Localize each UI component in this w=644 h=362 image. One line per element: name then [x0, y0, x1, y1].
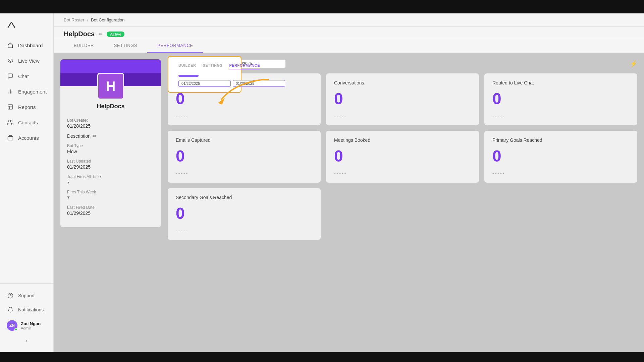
user-role: Admin — [21, 326, 41, 330]
breadcrumb: Bot Roster / Bot Configuration — [54, 13, 644, 27]
tabs-row: BUILDER SETTINGS PERFORMANCE — [54, 38, 644, 53]
popup-active-indicator — [178, 75, 199, 77]
status-badge: Active — [107, 32, 124, 37]
tab-performance[interactable]: PERFORMANCE — [147, 38, 203, 53]
user-text: Zoe Ngan Admin — [21, 321, 41, 330]
metric-card-secondary-goals: Secondary Goals Reached 0 ----- — [168, 188, 321, 240]
bot-avatar-container: H — [97, 73, 124, 100]
tab-settings[interactable]: SETTINGS — [104, 38, 147, 53]
bot-last-fired-label: Last Fired Date — [67, 205, 154, 210]
metric-title-primary-goals: Primary Goals Reached — [492, 137, 629, 143]
metric-value-emails-captured: 0 — [176, 147, 313, 165]
popup-tab-builder[interactable]: BUILDER — [178, 63, 196, 69]
metric-card-conversations: Conversations 0 ----- — [326, 73, 479, 125]
sidebar-item-dashboard[interactable]: Dashboard — [0, 38, 53, 53]
metric-value-meetings-booked: 0 — [334, 147, 471, 165]
svg-rect-2 — [8, 105, 13, 109]
metric-dash-conversations: ----- — [334, 113, 471, 119]
breadcrumb-bot-config: Bot Configuration — [91, 17, 124, 22]
bot-info-panel: H HelpDocs Bot Created 01/28/2025 Descri… — [60, 59, 161, 227]
metric-value-secondary-goals: 0 — [176, 204, 313, 223]
metric-card-emails-captured: Emails Captured 0 ----- — [168, 131, 321, 183]
app-body: Dashboard Live View Chat Engagement — [0, 13, 644, 352]
chat-label: Chat — [18, 73, 29, 79]
bottom-bar — [0, 352, 644, 362]
bot-display-name: HelpDocs — [67, 103, 154, 110]
svg-rect-4 — [8, 136, 13, 140]
bot-info-body: HelpDocs Bot Created 01/28/2025 Descript… — [60, 86, 161, 227]
sidebar-item-notifications[interactable]: Notifications — [0, 303, 53, 317]
breadcrumb-bot-roster[interactable]: Bot Roster — [64, 17, 84, 22]
popup-tab-performance[interactable]: PERFORMANCE — [229, 63, 260, 69]
metrics-area: Bot Fires 0 ----- Conversations 0 ----- … — [168, 73, 637, 240]
bot-created-label: Bot Created — [67, 118, 154, 123]
logo[interactable] — [0, 13, 53, 34]
live-view-label: Live View — [18, 58, 40, 64]
bot-total-fires-value: 7 — [67, 180, 154, 185]
edit-icon[interactable]: ✏ — [99, 32, 103, 37]
sidebar-item-chat[interactable]: Chat — [0, 68, 53, 84]
bot-fires-week-label: Fires This Week — [67, 190, 154, 194]
sidebar-item-support[interactable]: Support — [0, 289, 53, 303]
bot-type-label: Bot Type — [67, 143, 154, 148]
reports-icon — [7, 103, 14, 111]
accounts-label: Accounts — [18, 135, 39, 141]
help-icon — [7, 292, 14, 299]
engagement-label: Engagement — [18, 89, 47, 95]
metric-dash-primary-goals: ----- — [492, 171, 629, 176]
sidebar-item-contacts[interactable]: Contacts — [0, 115, 53, 130]
chat-icon — [7, 72, 14, 80]
popup-date-inputs — [178, 80, 231, 87]
description-edit-icon[interactable]: ✏ — [93, 133, 97, 139]
metric-dash-meetings-booked: ----- — [334, 171, 471, 176]
reports-label: Reports — [18, 104, 36, 110]
metric-dash-routed-live: ----- — [492, 113, 629, 119]
bot-last-fired-value: 01/29/2025 — [67, 210, 154, 216]
metric-value-conversations: 0 — [334, 89, 471, 108]
bot-last-fired: Last Fired Date 01/29/2025 — [67, 205, 154, 216]
engagement-icon — [7, 88, 14, 95]
eye-icon — [7, 57, 14, 64]
metric-card-meetings-booked: Meetings Booked 0 ----- — [326, 131, 479, 183]
top-bar — [0, 0, 644, 13]
bot-total-fires: Total Fires All Time 7 — [67, 174, 154, 185]
bot-fires-week-value: 7 — [67, 195, 154, 200]
sidebar: Dashboard Live View Chat Engagement — [0, 13, 54, 352]
popup-tab-settings[interactable]: SETTINGS — [203, 63, 222, 69]
bot-last-updated-label: Last Updated — [67, 159, 154, 164]
metric-card-primary-goals: Primary Goals Reached 0 ----- — [484, 131, 637, 183]
popup-tabs: BUILDER SETTINGS PERFORMANCE — [178, 63, 231, 69]
content-area: H HelpDocs Bot Created 01/28/2025 Descri… — [54, 53, 644, 352]
avatar: ZN — [7, 320, 17, 331]
metric-dash-emails-captured: ----- — [176, 171, 313, 176]
bot-description-label: Description ✏ — [67, 133, 154, 139]
home-icon — [7, 42, 14, 49]
sidebar-item-live-view[interactable]: Live View — [0, 53, 53, 68]
sidebar-item-engagement[interactable]: Engagement — [0, 84, 53, 99]
metric-value-primary-goals: 0 — [492, 147, 629, 165]
popup-date-to[interactable] — [233, 80, 285, 87]
support-label: Support — [18, 293, 35, 298]
user-info[interactable]: ZN Zoe Ngan Admin — [0, 317, 53, 334]
metric-title-meetings-booked: Meetings Booked — [334, 137, 471, 143]
bell-icon — [7, 306, 14, 313]
sidebar-item-reports[interactable]: Reports — [0, 99, 53, 115]
metric-title-secondary-goals: Secondary Goals Reached — [176, 195, 313, 200]
sidebar-item-accounts[interactable]: Accounts — [0, 130, 53, 145]
metric-dash-secondary-goals: ----- — [176, 228, 313, 233]
metric-title-emails-captured: Emails Captured — [176, 137, 313, 143]
accounts-icon — [7, 134, 14, 141]
metric-value-routed-live: 0 — [492, 89, 629, 108]
sidebar-nav: Dashboard Live View Chat Engagement — [0, 34, 53, 283]
filter-icon[interactable]: ⚡ — [630, 60, 637, 67]
bot-last-updated-value: 01/29/2025 — [67, 164, 154, 170]
collapse-button[interactable]: ‹ — [0, 334, 53, 347]
metrics-grid: Bot Fires 0 ----- Conversations 0 ----- … — [168, 73, 637, 240]
bot-name: HelpDocs — [64, 30, 95, 38]
tab-builder[interactable]: BUILDER — [64, 38, 104, 53]
popup-date-from[interactable] — [178, 80, 231, 87]
bot-banner: H — [60, 59, 161, 86]
metric-title-conversations: Conversations — [334, 80, 471, 85]
dashboard-label: Dashboard — [18, 43, 43, 48]
bot-type: Bot Type Flow — [67, 143, 154, 154]
